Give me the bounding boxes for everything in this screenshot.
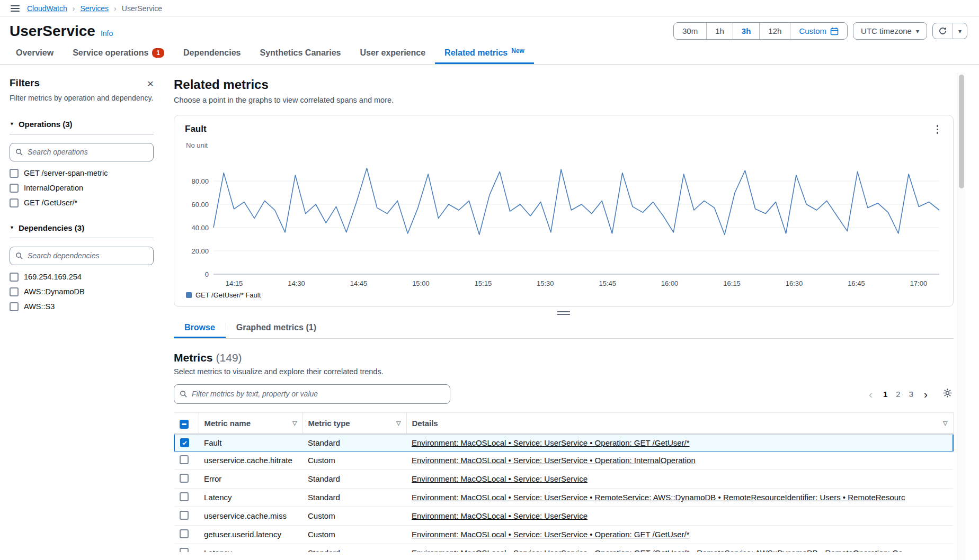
row-checkbox[interactable] — [180, 511, 189, 520]
chart-unit-label: No unit — [186, 141, 942, 149]
table-row[interactable]: ErrorStandardEnvironment: MacOSLocal • S… — [174, 469, 953, 488]
table-row[interactable]: userservice.cache.missCustomEnvironment:… — [174, 507, 953, 525]
time-range-12h-button[interactable]: 12h — [760, 23, 790, 39]
svg-text:0: 0 — [205, 270, 209, 278]
checkbox[interactable] — [10, 169, 19, 178]
hamburger-menu-icon[interactable] — [10, 3, 21, 14]
previous-page-icon[interactable]: ‹ — [865, 389, 877, 400]
table-row[interactable]: FaultStandardEnvironment: MacOSLocal • S… — [174, 434, 953, 451]
time-range-3h-button[interactable]: 3h — [733, 23, 760, 39]
tab-service-operations[interactable]: Service operations 1 — [63, 42, 174, 64]
metric-details-link[interactable]: Environment: MacOSLocal • Service: UserS… — [412, 474, 588, 483]
metric-name-cell: Latency — [199, 488, 302, 507]
info-link[interactable]: Info — [101, 29, 113, 38]
vertical-scrollbar[interactable] — [957, 73, 965, 560]
operations-search-input[interactable] — [28, 148, 148, 156]
metrics-subtitle: Select metrics to visualize and explore … — [174, 367, 954, 376]
page-header: UserService Info 30m 1h 3h 12h Custom UT… — [0, 17, 979, 42]
table-row[interactable]: LatencyStandardEnvironment: MacOSLocal •… — [174, 544, 953, 552]
table-row[interactable]: LatencyStandardEnvironment: MacOSLocal •… — [174, 488, 953, 507]
tab-synthetics-canaries[interactable]: Synthetics Canaries — [251, 42, 351, 64]
metric-details-link[interactable]: Environment: MacOSLocal • Service: UserS… — [412, 530, 690, 539]
metric-details-link[interactable]: Environment: MacOSLocal • Service: UserS… — [412, 493, 905, 502]
metric-details-link[interactable]: Environment: MacOSLocal • Service: UserS… — [412, 548, 903, 552]
checkbox[interactable] — [10, 302, 19, 311]
row-checkbox[interactable] — [180, 438, 189, 447]
breadcrumb-cloudwatch[interactable]: CloudWatch — [27, 4, 67, 13]
time-range-30m-button[interactable]: 30m — [674, 23, 707, 39]
page-3-button[interactable]: 3 — [905, 388, 918, 400]
checkbox[interactable] — [10, 198, 19, 207]
scrollbar-thumb[interactable] — [959, 75, 964, 188]
tab-graphed-metrics[interactable]: Graphed metrics (1) — [226, 317, 327, 338]
fault-chart-card: Fault No unit 020.0040.0060.0080.0014:15… — [174, 115, 954, 307]
related-metrics-main: Related metrics Choose a point in the gr… — [174, 77, 954, 552]
dependencies-search-input[interactable] — [28, 251, 148, 260]
refresh-button[interactable] — [933, 23, 953, 39]
time-range-custom-button[interactable]: Custom — [790, 23, 847, 39]
row-checkbox[interactable] — [180, 548, 189, 552]
svg-text:80.00: 80.00 — [191, 177, 209, 185]
svg-text:15:15: 15:15 — [475, 279, 492, 287]
tab-overview[interactable]: Overview — [6, 42, 63, 64]
page-1-button[interactable]: 1 — [879, 388, 892, 400]
row-checkbox[interactable] — [180, 492, 189, 501]
time-range-1h-button[interactable]: 1h — [707, 23, 733, 39]
column-header-metric-name: Metric name — [204, 419, 251, 428]
metric-details-link[interactable]: Environment: MacOSLocal • Service: UserS… — [412, 438, 690, 447]
svg-text:16:15: 16:15 — [723, 279, 741, 287]
dependencies-search — [10, 247, 154, 265]
calendar-icon — [830, 27, 839, 35]
timezone-dropdown[interactable]: UTC timezone ▾ — [853, 22, 927, 40]
tab-dependencies[interactable]: Dependencies — [174, 42, 250, 64]
metric-details-link[interactable]: Environment: MacOSLocal • Service: UserS… — [412, 511, 588, 520]
filter-checkbox-item[interactable]: 169.254.169.254 — [10, 273, 154, 282]
metric-type-cell: Custom — [302, 507, 406, 525]
tab-browse[interactable]: Browse — [174, 317, 226, 338]
panel-resize-handle[interactable] — [174, 307, 954, 316]
chevron-down-icon: ▾ — [958, 28, 962, 35]
filter-checkbox-item[interactable]: AWS::DynamoDB — [10, 287, 154, 296]
filter-checkbox-item[interactable]: GET /GetUser/* — [10, 198, 154, 207]
checkbox-label: GET /GetUser/* — [24, 198, 77, 207]
select-all-checkbox[interactable] — [180, 420, 189, 429]
expander-icon: ▼ — [10, 121, 14, 127]
filter-checkbox-item[interactable]: GET /server-span-metric — [10, 169, 154, 178]
table-settings-icon[interactable] — [941, 387, 954, 401]
refresh-button-group: ▾ — [932, 23, 967, 39]
dependencies-section-toggle[interactable]: ▼ Dependencies (3) — [10, 223, 154, 232]
sort-icon[interactable]: ▽ — [943, 420, 947, 427]
chart-menu-icon[interactable] — [932, 123, 943, 136]
row-checkbox[interactable] — [180, 474, 189, 483]
page-2-button[interactable]: 2 — [892, 388, 904, 400]
tab-user-experience[interactable]: User experience — [350, 42, 435, 64]
table-row[interactable]: getuser.userid.latencyCustomEnvironment:… — [174, 525, 953, 544]
operations-filter-section: ▼ Operations (3) GET /server-span-metric… — [10, 120, 154, 207]
legend-label: GET /GetUser/* Fault — [195, 291, 261, 299]
metric-details-link[interactable]: Environment: MacOSLocal • Service: UserS… — [412, 456, 696, 465]
checkbox[interactable] — [10, 184, 19, 193]
next-page-icon[interactable]: › — [920, 389, 932, 400]
checkbox[interactable] — [10, 287, 19, 296]
refresh-options-button[interactable]: ▾ — [953, 23, 967, 39]
dependencies-checkbox-list: 169.254.169.254AWS::DynamoDBAWS::S3 — [10, 273, 154, 311]
filter-checkbox-item[interactable]: InternalOperation — [10, 184, 154, 193]
filter-checkbox-item[interactable]: AWS::S3 — [10, 302, 154, 311]
fault-line-chart[interactable]: 020.0040.0060.0080.0014:1514:3014:4515:0… — [185, 149, 942, 291]
table-row[interactable]: userservice.cache.hitrateCustomEnvironme… — [174, 451, 953, 469]
breadcrumb-services[interactable]: Services — [80, 4, 109, 13]
row-checkbox[interactable] — [180, 455, 189, 464]
checkbox-label: InternalOperation — [24, 184, 83, 192]
svg-text:16:00: 16:00 — [661, 279, 679, 287]
table-header-row: Metric name▽ Metric type▽ Details▽ — [174, 412, 953, 434]
sort-icon[interactable]: ▽ — [292, 420, 297, 427]
sort-icon[interactable]: ▽ — [396, 420, 400, 427]
tab-related-metrics[interactable]: Related metrics New — [435, 42, 534, 64]
metrics-filter-input[interactable] — [192, 390, 444, 398]
close-filters-icon[interactable]: × — [147, 78, 154, 89]
svg-text:20.00: 20.00 — [191, 247, 209, 255]
metric-type-cell: Custom — [302, 451, 406, 469]
row-checkbox[interactable] — [180, 529, 189, 538]
operations-section-toggle[interactable]: ▼ Operations (3) — [10, 120, 154, 129]
checkbox[interactable] — [10, 273, 19, 282]
